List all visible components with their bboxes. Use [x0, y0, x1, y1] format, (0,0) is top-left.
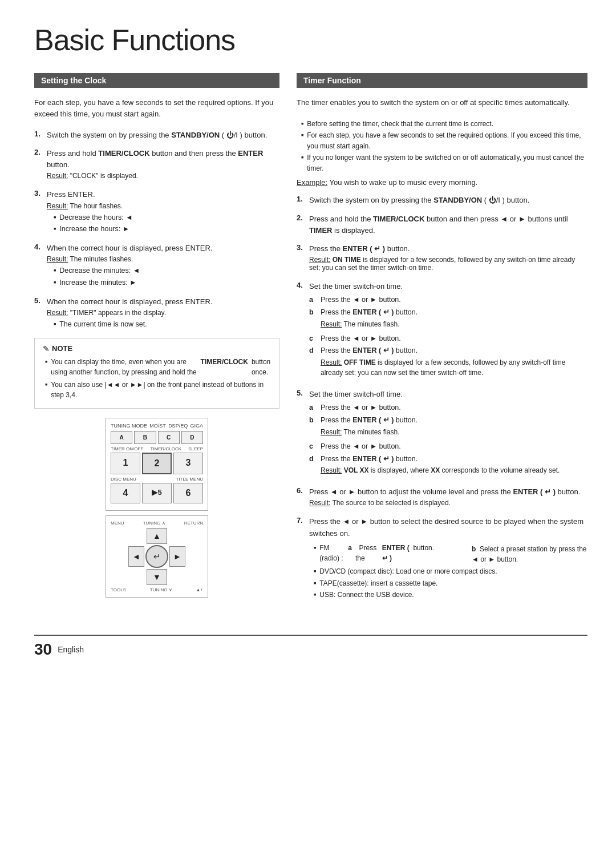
right-step-num-1: 1. — [297, 195, 306, 206]
step-num-1: 1. — [34, 130, 43, 141]
right-step-content-4: Set the timer switch-on time. aPress the… — [309, 281, 587, 382]
note-item-2: You can also use |◄◄ or ►►| on the front… — [45, 380, 271, 400]
remote-label-disc-menu: DISC MENU — [111, 477, 136, 482]
bullet-3-1: Decrease the hours: ◄ — [54, 212, 279, 223]
remote-btn-b[interactable]: B — [134, 431, 156, 444]
step-num-2: 2. — [34, 148, 43, 182]
remote-btn-5[interactable]: ▶5 — [142, 483, 172, 503]
remote-btn-a[interactable]: A — [111, 431, 132, 444]
left-steps-list: 1. Switch the system on by pressing the … — [34, 130, 279, 331]
example-text: Example: You wish to wake up to music ev… — [297, 178, 587, 187]
pre-bullet-2: For each step, you have a few seconds to… — [301, 130, 587, 151]
step-num-4: 4. — [34, 243, 43, 289]
step-7-bullet-dvd: DVD/CD (compact disc): Load one or more … — [314, 566, 587, 577]
right-step-5: 5. Set the timer switch-off time. aPress… — [297, 389, 587, 479]
dpad-right[interactable]: ► — [169, 546, 185, 567]
remote-label-timer-on: TIMER ON/OFF — [111, 446, 143, 451]
remote-btn-4[interactable]: 4 — [111, 483, 140, 503]
remote-btn-6[interactable]: 6 — [173, 483, 203, 503]
step-7-bullet-usb: USB: Connect the USB device. — [314, 590, 587, 600]
dpad-down[interactable]: ▼ — [147, 569, 167, 585]
dpad: ▲ ◄ ↵ ► ▼ — [111, 528, 203, 585]
right-step-1: 1. Switch the system on by pressing the … — [297, 195, 587, 206]
step-5-bullets: The current time is now set. — [47, 319, 279, 330]
bottom-bar: 30 English — [34, 635, 587, 659]
remote-bottom-label-menu: MENU — [111, 521, 124, 526]
remote-bottom-label-return: RETURN — [184, 521, 203, 526]
right-step-num-5: 5. — [297, 389, 306, 479]
dpad-left[interactable]: ◄ — [128, 546, 144, 567]
pre-bullet-1: Before setting the timer, check that the… — [301, 119, 587, 130]
result-3: Result: The hour flashes. — [47, 202, 279, 210]
left-step-3: 3. Press ENTER. Result: The hour flashes… — [34, 189, 279, 236]
step-content-3: Press ENTER. Result: The hour flashes. D… — [47, 189, 279, 236]
right-steps-list: 1. Switch the system on by pressing the … — [297, 195, 587, 604]
right-step-5-subs: aPress the ◄ or ► button. b Press the EN… — [309, 402, 587, 478]
left-column: Setting the Clock For each step, you hav… — [34, 73, 279, 612]
page-language: English — [58, 645, 84, 654]
note-box: ✎ NOTE You can display the time, even wh… — [34, 338, 279, 409]
right-step-content-3: Press the ENTER ( ↵ ) button. Result: ON… — [309, 243, 587, 274]
note-icon: ✎ — [43, 344, 50, 353]
step-content-4: When the correct hour is displayed, pres… — [47, 243, 279, 289]
right-step-7-bullets: FM (radio) : a Press the ENTER ( ↵ ) but… — [309, 543, 587, 600]
right-step-4d: d Press the ENTER ( ↵ ) button. Result: … — [309, 345, 587, 380]
page-number: 30 — [34, 640, 52, 659]
dpad-middle-row: ◄ ↵ ► — [128, 544, 185, 569]
result-5: Result: "TIMER" appears in the display. — [47, 309, 279, 317]
remote-label-row-2: TIMER ON/OFF TIMER/CLOCK SLEEP — [111, 446, 203, 451]
remote-123-grid: 1 2 3 — [111, 453, 203, 474]
dpad-top-row: ▲ — [147, 528, 167, 544]
right-step-content-2: Press and hold the TIMER/CLOCK button an… — [309, 213, 587, 236]
step-content-1: Switch the system on by pressing the STA… — [47, 130, 279, 141]
left-step-5: 5. When the correct hour is displayed, p… — [34, 296, 279, 331]
remote-label-giga: GIGA — [190, 423, 203, 429]
remote-label-row-3: DISC MENU TITLE MENU — [111, 477, 203, 482]
right-intro: The timer enables you to switch the syst… — [297, 97, 587, 108]
right-result-6: Result: The source to be selected is dis… — [309, 499, 587, 507]
pre-bullet-3: If you no longer want the system to be s… — [301, 152, 587, 174]
right-step-7: 7. Press the ◄ or ► button to select the… — [297, 516, 587, 604]
right-result-3: Result: ON TIME is displayed for a few s… — [309, 256, 587, 272]
remote-456-grid: 4 ▶5 6 — [111, 483, 203, 503]
remote-btn-1[interactable]: 1 — [111, 453, 140, 474]
remote-btn-d[interactable]: D — [181, 431, 203, 444]
dpad-center-enter[interactable]: ↵ — [145, 545, 168, 568]
right-step-5b: b Press the ENTER ( ↵ ) button. Result: … — [309, 415, 587, 439]
right-step-4: 4. Set the timer switch-on time. aPress … — [297, 281, 587, 382]
remote-image: TUNING MODE MO/ST DSP/EQ GIGA A B C D TI… — [34, 418, 279, 598]
right-step-content-6: Press ◄ or ► button to adjust the volume… — [309, 486, 587, 509]
note-list: You can display the time, even when you … — [43, 357, 271, 400]
right-step-4c: cPress the ◄ or ► button. — [309, 333, 587, 344]
remote-label-most: MO/ST — [149, 423, 166, 429]
remote-bottom-panel: MENU TUNING ∧ RETURN ▲ ◄ ↵ ► ▼ — [106, 515, 208, 598]
dpad-up[interactable]: ▲ — [147, 528, 167, 544]
right-column: Timer Function The timer enables you to … — [297, 73, 587, 612]
bullet-5-1: The current time is now set. — [54, 319, 279, 330]
right-step-num-2: 2. — [297, 213, 306, 236]
step-4-bullets: Decrease the minutes: ◄ Increase the min… — [47, 265, 279, 288]
right-result-5d: Result: VOL XX is displayed, where XX co… — [321, 465, 560, 475]
right-step-num-3: 3. — [297, 243, 306, 274]
step-content-5: When the correct hour is displayed, pres… — [47, 296, 279, 331]
remote-bottom-label-tools: TOOLS — [111, 587, 126, 592]
remote-bottom-label-vol: ▲+ — [196, 587, 203, 592]
remote-label-row-1: TUNING MODE MO/ST DSP/EQ GIGA — [111, 423, 203, 429]
right-step-4-subs: aPress the ◄ or ► button. b Press the EN… — [309, 295, 587, 380]
remote-label-sleep: SLEEP — [188, 446, 203, 451]
right-step-4b: b Press the ENTER ( ↵ ) button. Result: … — [309, 307, 587, 332]
right-result-4d: Result: OFF TIME is displayed for a few … — [321, 357, 587, 378]
right-step-6: 6. Press ◄ or ► button to adjust the vol… — [297, 486, 587, 509]
remote-btn-3[interactable]: 3 — [173, 453, 203, 474]
remote-btn-c[interactable]: C — [158, 431, 180, 444]
bullet-4-2: Increase the minutes: ► — [54, 277, 279, 288]
right-step-3: 3. Press the ENTER ( ↵ ) button. Result:… — [297, 243, 587, 274]
remote-label-title-menu: TITLE MENU — [176, 477, 203, 482]
left-section-header: Setting the Clock — [34, 73, 279, 88]
remote-label-timer-clock: TIMER/CLOCK — [150, 446, 181, 451]
dpad-bottom-row: ▼ — [147, 569, 167, 585]
remote-label-tuning: TUNING MODE — [111, 423, 147, 429]
right-step-num-6: 6. — [297, 486, 306, 509]
left-step-2: 2. Press and hold TIMER/CLOCK button and… — [34, 148, 279, 182]
remote-btn-2[interactable]: 2 — [142, 453, 172, 474]
